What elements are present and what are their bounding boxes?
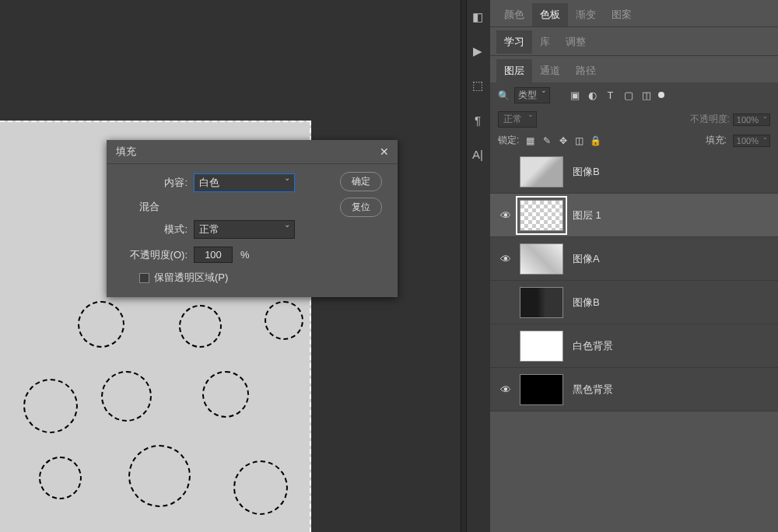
selection-shape (78, 301, 124, 348)
blend-section-label: 混合 (139, 200, 340, 214)
ok-button[interactable]: 确定 (340, 172, 382, 191)
tab-layers[interactable]: 图层 (496, 59, 532, 82)
character-icon[interactable]: A| (471, 148, 484, 160)
tab-learn[interactable]: 学习 (496, 30, 532, 54)
layers-tabs: 图层 通道 路径 (490, 55, 778, 82)
filter-smart-icon[interactable]: ◫ (640, 89, 652, 101)
tab-color[interactable]: 颜色 (496, 3, 532, 26)
visibility-icon[interactable]: 👁 (496, 253, 515, 265)
layer-row[interactable]: 白色背景 (490, 324, 778, 368)
fill-label: 填充: (706, 134, 727, 147)
learn-tabs: 学习 库 调整 (490, 26, 778, 54)
layer-thumbnail[interactable] (520, 243, 563, 275)
opacity-label: 不透明度(O): (116, 248, 187, 262)
layer-name[interactable]: 白色背景 (573, 339, 613, 353)
preserve-checkbox[interactable] (139, 273, 149, 283)
blend-opacity-row: 正常 不透明度: 100% (490, 108, 778, 131)
dialog-title: 填充 (116, 145, 136, 159)
visibility-icon[interactable]: 👁 (496, 383, 515, 396)
content-select[interactable]: 白色 (194, 173, 295, 192)
layer-row[interactable]: 👁图像A (490, 237, 778, 281)
lock-artboard-icon[interactable]: ◫ (574, 135, 584, 145)
filter-toggle-icon[interactable] (658, 92, 664, 98)
layer-row[interactable]: 图像B (490, 281, 778, 324)
filter-type-icon[interactable]: T (605, 89, 616, 101)
lock-all-icon[interactable]: 🔒 (591, 135, 601, 145)
play-icon[interactable]: ▶ (471, 45, 484, 58)
tab-swatches[interactable]: 色板 (532, 3, 568, 26)
blend-mode-select[interactable]: 正常 (498, 111, 537, 128)
layer-thumbnail[interactable] (520, 156, 563, 187)
layer-filter-bar: 🔍 类型 ▣ ◐ T ▢ ◫ (490, 82, 778, 108)
selection-shape (202, 371, 249, 418)
mode-select[interactable]: 正常 (194, 220, 295, 239)
layer-name[interactable]: 图像B (573, 165, 600, 179)
layer-type-select[interactable]: 类型 (514, 87, 550, 103)
right-panels: 颜色 色板 渐变 图案 学习 库 调整 图层 通道 路径 🔍 类型 ▣ ◐ T … (490, 0, 778, 532)
collapsed-panel-strip: ◧ ▶ ⬚ ¶ A| (467, 11, 489, 182)
selection-shape (39, 457, 82, 499)
layer-thumbnail[interactable] (520, 331, 563, 362)
lock-label: 锁定: (498, 134, 519, 147)
layers-list: 图像B👁图层 1👁图像A图像B白色背景👁黑色背景 (490, 150, 778, 411)
mode-label: 模式: (116, 222, 187, 236)
dialog-titlebar[interactable]: 填充 ✕ (107, 140, 398, 163)
fill-dialog: 填充 ✕ 内容: 白色 混合 模式: 正常 不透明度(O): % 保留透明区域(… (107, 140, 398, 297)
search-icon[interactable]: 🔍 (498, 90, 510, 101)
reset-button[interactable]: 复位 (340, 198, 382, 217)
layer-name[interactable]: 图像B (573, 296, 600, 310)
lock-transparent-icon[interactable]: ▦ (525, 135, 535, 145)
lock-row: 锁定: ▦ ✎ ✥ ◫ 🔒 填充: 100% (490, 131, 778, 150)
opacity-unit: % (240, 249, 250, 261)
selection-shape (233, 460, 288, 515)
layer-thumbnail[interactable] (520, 200, 563, 231)
visibility-icon[interactable]: 👁 (496, 209, 515, 222)
filter-adjustment-icon[interactable]: ◐ (587, 89, 598, 101)
close-icon[interactable]: ✕ (377, 145, 391, 159)
selection-shape (265, 301, 303, 340)
layer-name[interactable]: 图像A (573, 252, 600, 266)
tab-adjustments[interactable]: 调整 (558, 30, 594, 54)
layer-row[interactable]: 👁黑色背景 (490, 368, 778, 411)
opacity-label: 不透明度: (690, 113, 730, 126)
layer-name[interactable]: 黑色背景 (573, 383, 613, 397)
tab-channels[interactable]: 通道 (532, 59, 568, 82)
selection-shape (23, 379, 78, 433)
layer-row[interactable]: 图像B (490, 150, 778, 194)
selection-shape (128, 445, 191, 507)
cube-icon[interactable]: ⬚ (471, 79, 484, 92)
tab-libraries[interactable]: 库 (532, 30, 558, 54)
filter-pixel-icon[interactable]: ▣ (569, 89, 580, 101)
color-tabs: 颜色 色板 渐变 图案 (490, 0, 778, 26)
selection-shape (179, 305, 222, 348)
paragraph-icon[interactable]: ¶ (471, 114, 484, 126)
fill-value[interactable]: 100% (733, 135, 770, 147)
panel-divider[interactable] (461, 0, 467, 532)
preserve-label: 保留透明区域(P) (154, 271, 228, 285)
opacity-value[interactable]: 100% (733, 114, 770, 126)
content-label: 内容: (116, 176, 187, 190)
tab-gradient[interactable]: 渐变 (568, 3, 604, 26)
tab-paths[interactable]: 路径 (568, 59, 604, 82)
layer-name[interactable]: 图层 1 (573, 208, 601, 222)
opacity-input[interactable] (194, 247, 233, 263)
tab-pattern[interactable]: 图案 (604, 3, 640, 26)
lock-brush-icon[interactable]: ✎ (541, 135, 552, 145)
filter-shape-icon[interactable]: ▢ (622, 89, 634, 101)
selection-shape (101, 371, 152, 422)
layer-thumbnail[interactable] (520, 287, 563, 318)
layer-row[interactable]: 👁图层 1 (490, 194, 778, 237)
swatches-icon[interactable]: ◧ (471, 11, 484, 23)
lock-move-icon[interactable]: ✥ (558, 135, 568, 145)
layer-thumbnail[interactable] (520, 374, 563, 405)
